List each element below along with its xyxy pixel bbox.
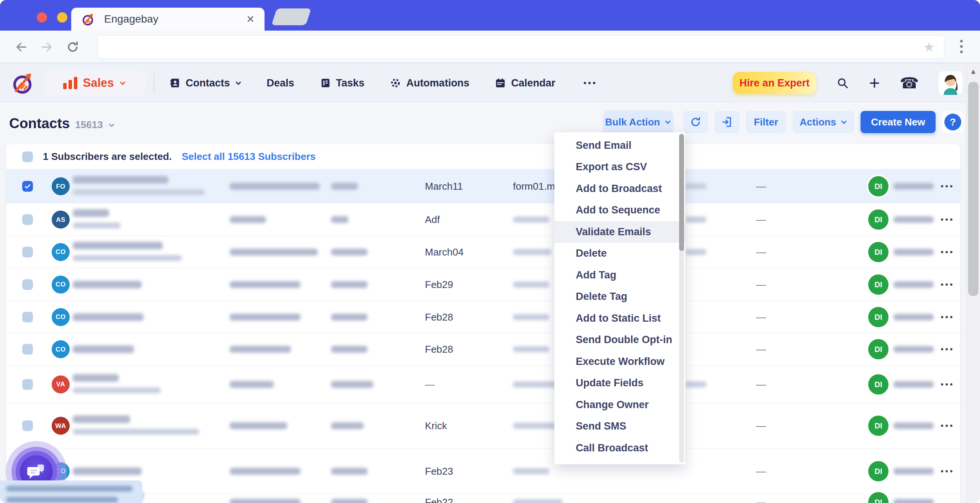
- select-all-link[interactable]: Select all 15613 Subscribers: [182, 151, 316, 163]
- contact-avatar: CO: [52, 340, 70, 358]
- table-row[interactable]: ASAdf—DI: [6, 203, 960, 236]
- nav-item-tasks[interactable]: Tasks: [320, 77, 365, 89]
- row-checkbox[interactable]: [22, 214, 33, 225]
- row-checkbox[interactable]: [22, 181, 33, 192]
- bulk-menu-item[interactable]: Delete: [554, 243, 685, 265]
- new-tab-stub[interactable]: [271, 8, 311, 25]
- page-scrollbar-thumb[interactable]: [968, 82, 978, 296]
- bulk-action-label: Bulk Action: [605, 116, 660, 128]
- bulk-menu-item[interactable]: Add to Broadcast: [554, 178, 685, 200]
- row-checkbox[interactable]: [22, 420, 33, 431]
- row-menu-button[interactable]: [941, 283, 952, 286]
- blurred-email-cell: [513, 314, 549, 320]
- blurred-contact-name: [73, 242, 163, 249]
- row-checkbox[interactable]: [22, 279, 33, 290]
- blurred-url-text: [6, 497, 118, 503]
- row-menu-button[interactable]: [941, 348, 952, 350]
- bookmark-star-icon[interactable]: ★: [923, 41, 935, 54]
- suite-switcher[interactable]: Sales: [44, 71, 145, 95]
- create-new-button[interactable]: Create New: [861, 111, 936, 133]
- engagebay-logo[interactable]: [11, 70, 36, 95]
- table-row[interactable]: COMarch04—DI: [6, 236, 960, 268]
- blurred-full-name: [230, 422, 287, 429]
- bulk-menu-item[interactable]: Add Tag: [554, 264, 685, 286]
- table-row[interactable]: COFeb23—DI: [6, 448, 960, 493]
- url-bar[interactable]: ★: [98, 35, 944, 59]
- blurred-full-name: [230, 281, 301, 288]
- import-export-button[interactable]: [714, 111, 740, 133]
- chevron-down-icon[interactable]: [108, 123, 115, 127]
- hire-an-expert-button[interactable]: Hire an Expert: [733, 72, 816, 94]
- row-checkbox[interactable]: [22, 344, 33, 355]
- row-menu-button[interactable]: [941, 251, 952, 253]
- table-row[interactable]: WAKrick—DI: [6, 403, 960, 448]
- blurred-full-name: [230, 249, 318, 256]
- blurred-contact-name: [73, 209, 109, 217]
- bulk-menu-item[interactable]: Update Fields: [554, 373, 685, 394]
- selection-banner: 1 Subscribers are selected. Select all 1…: [6, 144, 960, 169]
- reload-button[interactable]: [65, 39, 80, 55]
- empty-value-cell: —: [756, 311, 766, 323]
- bulk-menu-item[interactable]: Execute Workflow: [554, 351, 685, 373]
- contact-avatar: CO: [52, 275, 70, 293]
- close-tab-icon[interactable]: ✕: [246, 13, 255, 25]
- select-all-checkbox[interactable]: [22, 151, 33, 162]
- owner-badge: DI: [868, 242, 889, 262]
- bulk-menu-item[interactable]: Add to Static List: [554, 308, 685, 329]
- nav-item-automations[interactable]: Automations: [390, 77, 469, 89]
- bulk-action-button[interactable]: Bulk Action: [604, 111, 672, 133]
- nav-item-calendar[interactable]: Calendar: [495, 77, 555, 89]
- contacts-icon: [169, 77, 181, 89]
- bulk-menu-item[interactable]: Export as CSV: [554, 156, 685, 178]
- row-menu-button[interactable]: [941, 185, 952, 187]
- forward-button[interactable]: [39, 39, 54, 55]
- owner-badge: DI: [868, 416, 889, 436]
- browser-tab[interactable]: Engagebay ✕: [71, 8, 265, 31]
- minimize-window-button[interactable]: [57, 12, 67, 23]
- browser-menu-button[interactable]: [960, 40, 963, 53]
- blurred-owner-name: [893, 183, 934, 190]
- row-menu-button[interactable]: [941, 383, 952, 386]
- filter-button[interactable]: Filter: [746, 111, 786, 133]
- refresh-button[interactable]: [683, 111, 708, 133]
- close-window-button[interactable]: [37, 12, 47, 23]
- bulk-menu-item[interactable]: Send Double Opt-in: [554, 329, 685, 351]
- nav-item-deals[interactable]: Deals: [267, 77, 294, 89]
- table-row[interactable]: VA——DI: [6, 365, 960, 403]
- help-button[interactable]: ?: [942, 111, 964, 133]
- bulk-menu-item[interactable]: Add to Sequence: [554, 200, 685, 221]
- row-checkbox[interactable]: [22, 379, 33, 390]
- row-menu-button[interactable]: [941, 218, 952, 221]
- table-row[interactable]: COFeb28—DI: [6, 301, 960, 333]
- menu-scrollbar-thumb[interactable]: [679, 134, 684, 251]
- table-row[interactable]: COFeb29—DI: [6, 268, 960, 301]
- table-row[interactable]: FOMarch11form01.mo—DI: [6, 169, 960, 203]
- blurred-email-cell: [513, 282, 549, 288]
- bulk-menu-item[interactable]: Send Email: [554, 135, 685, 156]
- blurred-first-name: [331, 499, 368, 503]
- user-avatar[interactable]: [939, 71, 962, 95]
- row-menu-button[interactable]: [941, 470, 952, 472]
- search-button[interactable]: [836, 77, 849, 90]
- actions-button[interactable]: Actions: [792, 111, 854, 133]
- last-name-cell: Krick: [425, 420, 447, 432]
- nav-item-label: Tasks: [336, 77, 365, 89]
- bulk-menu-item[interactable]: Send SMS: [554, 416, 685, 438]
- row-checkbox[interactable]: [22, 247, 33, 257]
- row-menu-button[interactable]: [941, 316, 952, 318]
- call-button[interactable]: ☎: [900, 75, 919, 91]
- row-menu-button[interactable]: [941, 425, 952, 427]
- table-row[interactable]: COFeb22—DI: [6, 493, 960, 503]
- bulk-menu-item[interactable]: Call Broadcast: [554, 437, 685, 459]
- scroll-up-arrow[interactable]: ▲: [967, 67, 980, 76]
- bulk-menu-item[interactable]: Validate Emails: [554, 221, 685, 243]
- table-row[interactable]: COFeb28—DI: [6, 333, 960, 365]
- row-checkbox[interactable]: [22, 312, 33, 322]
- nav-more-button[interactable]: [584, 82, 595, 84]
- quick-add-button[interactable]: +: [869, 74, 880, 92]
- bulk-menu-item[interactable]: Delete Tag: [554, 286, 685, 308]
- back-button[interactable]: [14, 39, 29, 55]
- bulk-menu-item[interactable]: Change Owner: [554, 394, 685, 416]
- nav-item-contacts[interactable]: Contacts: [169, 77, 242, 89]
- blurred-first-name: [331, 249, 368, 256]
